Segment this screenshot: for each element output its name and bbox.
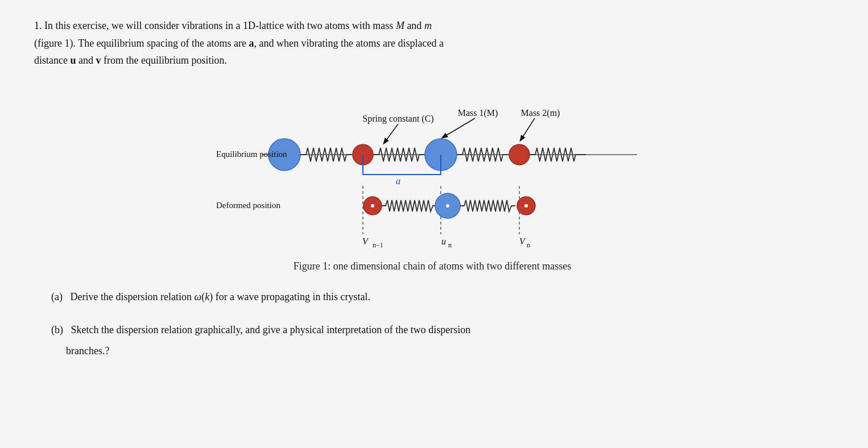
spacing-a-label: a bbox=[396, 176, 401, 186]
problem-intro: In this exercise, we will consider vibra… bbox=[44, 20, 432, 31]
dot-3 bbox=[524, 204, 528, 208]
spring-deformed bbox=[382, 200, 437, 211]
figure-container: a V n−1 u bbox=[34, 86, 830, 272]
dot-2 bbox=[446, 204, 449, 208]
part-a-text: (a) Derive the dispersion relation ω(k) … bbox=[51, 288, 830, 306]
problem-text: 1. In this exercise, we will consider vi… bbox=[34, 17, 830, 69]
red-atom-2 bbox=[509, 144, 530, 165]
mass2-label: Mass 2(m) bbox=[521, 108, 560, 118]
mass1-label: Mass 1(M) bbox=[458, 108, 498, 118]
v-n-label: V bbox=[519, 237, 526, 246]
v-n-minus1-sub: n−1 bbox=[373, 241, 383, 249]
diagram-svg: a V n−1 u bbox=[216, 86, 648, 251]
u-n-sub: n bbox=[448, 241, 452, 249]
deformed-label: Deformed position bbox=[216, 201, 280, 210]
problem-number: 1. bbox=[34, 20, 42, 31]
mass1-arrow bbox=[443, 118, 475, 138]
v-n-sub: n bbox=[527, 241, 530, 249]
part-a: (a) Derive the dispersion relation ω(k) … bbox=[34, 288, 830, 306]
spring-arrow bbox=[384, 124, 398, 143]
u-n-label: u bbox=[441, 237, 446, 246]
part-b-content: Sketch the dispersion relation graphical… bbox=[71, 324, 471, 335]
spring-constant-label: Spring constant (C) bbox=[362, 114, 433, 124]
problem-line3: distance u and v from the equilibrium po… bbox=[34, 55, 227, 66]
u-bold: u bbox=[70, 55, 76, 66]
problem-line2: (figure 1). The equilibrium spacing of t… bbox=[34, 38, 444, 49]
part-b-line2: branches.? bbox=[51, 342, 830, 360]
equilibrium-label: Equilibrium position bbox=[216, 150, 287, 159]
main-content: 1. In this exercise, we will consider vi… bbox=[34, 17, 830, 360]
a-bold: a bbox=[249, 38, 254, 49]
v-n-minus1-label: V bbox=[362, 237, 369, 246]
dot-1 bbox=[371, 204, 374, 208]
mass-M: M bbox=[396, 20, 404, 31]
part-a-derive: Derive the dispersion relation ω(k) for … bbox=[70, 291, 370, 302]
part-b: (b) Sketch the dispersion relation graph… bbox=[34, 321, 830, 359]
v-bold: v bbox=[96, 55, 101, 66]
figure-caption: Figure 1: one dimensional chain of atoms… bbox=[294, 260, 572, 272]
part-b-text: (b) Sketch the dispersion relation graph… bbox=[51, 321, 830, 339]
spring-deformed-2 bbox=[460, 200, 515, 211]
part-a-label: (a) bbox=[51, 291, 63, 302]
part-b-label: (b) bbox=[51, 324, 63, 335]
mass2-arrow bbox=[520, 118, 535, 140]
mass-m: m bbox=[424, 20, 432, 31]
